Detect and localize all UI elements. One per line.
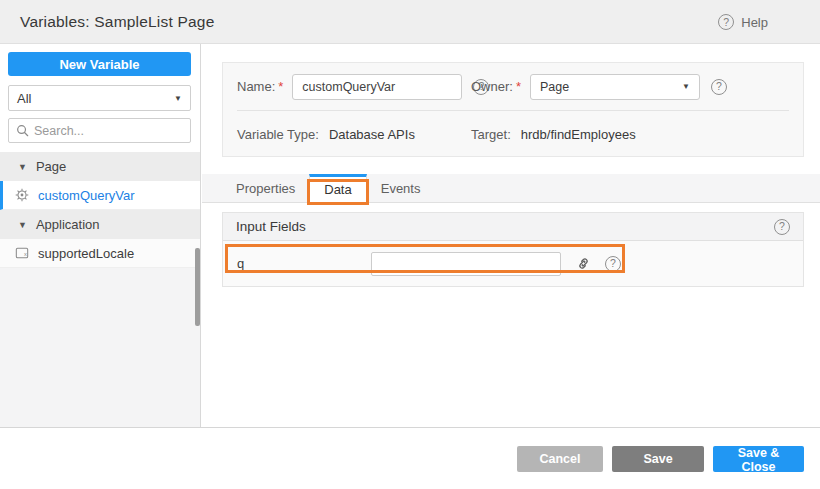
name-owner-row: Name: * ? Owner: * Page ▼ ?: [223, 63, 803, 110]
save-and-close-button[interactable]: Save & Close: [713, 446, 804, 472]
owner-label: Owner:: [471, 79, 513, 94]
help-icon: ?: [718, 14, 734, 30]
tab-events[interactable]: Events: [367, 174, 435, 202]
variable-search-box[interactable]: [8, 118, 191, 143]
tree-group-page[interactable]: ▼ Page: [0, 152, 200, 181]
name-label: Name:: [237, 79, 275, 94]
service-variable-icon: [15, 188, 29, 202]
owner-help-icon[interactable]: ?: [711, 79, 727, 95]
search-input[interactable]: [34, 124, 195, 138]
tab-data[interactable]: Data: [309, 174, 366, 202]
input-fields-help-icon[interactable]: ?: [774, 219, 790, 235]
variable-name-input[interactable]: [292, 74, 462, 100]
collapse-triangle-icon[interactable]: ▼: [18, 162, 27, 172]
bind-link-icon[interactable]: [574, 255, 592, 273]
chevron-down-icon: ▼: [682, 82, 690, 91]
new-variable-button[interactable]: New Variable: [8, 52, 191, 76]
cancel-button[interactable]: Cancel: [517, 446, 603, 472]
input-fields-header: Input Fields ?: [223, 213, 803, 241]
variable-filter-select[interactable]: All ▼: [8, 85, 191, 111]
tree-item-supportedlocale[interactable]: x supportedLocale: [0, 239, 200, 268]
field-q-value-input[interactable]: [371, 252, 561, 276]
chevron-down-icon: ▼: [174, 94, 182, 103]
footer-actions: Cancel Save Save & Close: [0, 429, 820, 489]
owner-select[interactable]: Page ▼: [530, 74, 700, 100]
type-target-row: Variable Type: Database APIs Target: hrd…: [223, 111, 803, 158]
variable-detail-panel: Name: * ? Owner: * Page ▼ ?: [202, 44, 820, 427]
locale-variable-icon: x: [15, 246, 29, 260]
required-marker: *: [278, 79, 283, 94]
search-icon: [16, 124, 29, 137]
help-link[interactable]: ? Help: [718, 0, 768, 44]
help-label: Help: [741, 15, 768, 30]
variable-sidebar: New Variable All ▼ ▼ Page customQueryVar: [0, 44, 201, 427]
variable-tree: ▼ Page customQueryVar ▼ Application x su…: [0, 152, 200, 268]
tree-group-application[interactable]: ▼ Application: [0, 210, 200, 239]
sidebar-scrollbar[interactable]: [195, 248, 200, 326]
owner-selected-value: Page: [540, 80, 569, 94]
tree-item-label: customQueryVar: [38, 188, 135, 203]
target-label: Target:: [471, 127, 511, 142]
tree-item-customqueryvar[interactable]: customQueryVar: [0, 181, 200, 210]
tree-item-label: supportedLocale: [38, 246, 134, 261]
tree-group-label: Application: [36, 217, 100, 232]
input-fields-title: Input Fields: [236, 219, 306, 234]
title-bar: Variables: SampleList Page: [0, 0, 820, 44]
variable-type-label: Variable Type:: [237, 127, 319, 142]
svg-text:x: x: [24, 251, 27, 257]
field-help-icon[interactable]: ?: [605, 256, 621, 272]
collapse-triangle-icon[interactable]: ▼: [18, 220, 27, 230]
variable-summary-panel: Name: * ? Owner: * Page ▼ ?: [222, 62, 804, 157]
tab-data-label: Data: [324, 182, 351, 197]
target-value: hrdb/findEmployees: [521, 127, 636, 142]
tree-group-label: Page: [36, 159, 66, 174]
tab-properties[interactable]: Properties: [222, 174, 309, 202]
filter-selected-value: All: [17, 91, 31, 106]
detail-tabbar: Properties Data Events: [202, 174, 820, 203]
sidebar-empty-area: [0, 268, 200, 427]
save-button[interactable]: Save: [612, 446, 704, 472]
input-fields-body: q ?: [223, 241, 803, 286]
variable-type-value: Database APIs: [329, 127, 415, 142]
workspace: New Variable All ▼ ▼ Page customQueryVar: [0, 44, 820, 428]
page-title: Variables: SampleList Page: [0, 13, 214, 31]
input-field-row-q: q ?: [223, 241, 803, 286]
input-fields-section: Input Fields ? q ?: [222, 212, 804, 287]
field-name-label: q: [237, 256, 371, 271]
required-marker: *: [516, 79, 521, 94]
